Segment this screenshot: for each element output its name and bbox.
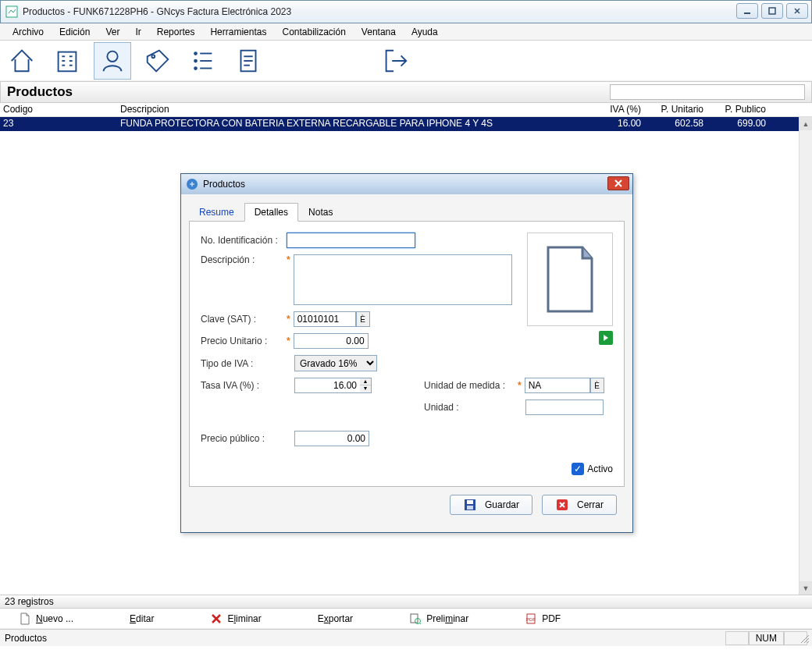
toolbar-tag[interactable] — [139, 42, 176, 80]
close-button[interactable] — [786, 3, 808, 19]
action-preliminar[interactable]: Preliminar — [409, 613, 468, 625]
action-nuevo[interactable]: Nuevo ... — [19, 613, 73, 625]
action-pdf-label: PDF — [542, 613, 561, 624]
input-clave-sat[interactable] — [294, 311, 356, 327]
action-editar[interactable]: Editar — [130, 613, 154, 624]
new-icon — [19, 613, 31, 625]
col-ppublico[interactable]: P. Publico — [707, 103, 769, 116]
input-unidad-medida[interactable] — [525, 378, 590, 393]
clave-sat-dropdown-icon[interactable]: È — [356, 311, 370, 327]
search-input[interactable] — [610, 84, 805, 100]
toolbar-company[interactable] — [48, 42, 86, 80]
unidad-medida-dropdown-icon[interactable]: È — [590, 378, 604, 393]
dialog-close-button[interactable] — [607, 176, 629, 190]
guardar-button[interactable]: Guardar — [450, 495, 532, 515]
input-unidad[interactable] — [525, 399, 604, 415]
menu-reportes[interactable]: Reportes — [151, 25, 201, 39]
right-column: Unidad de medida : * È Unidad : — [424, 378, 604, 421]
maximize-button[interactable] — [761, 3, 783, 19]
guardar-label: Guardar — [485, 499, 519, 510]
dialog-title-text: Productos — [203, 179, 245, 190]
svg-rect-2 — [769, 8, 775, 14]
label-activo: Activo — [587, 463, 613, 474]
action-nuevo-label: Nuevo ... — [36, 613, 73, 624]
statusbar: Productos NUM — [0, 629, 812, 646]
grid-column-headers: Codigo Descripcion IVA (%) P. Unitario P… — [0, 103, 812, 117]
section-header: Productos — [0, 81, 812, 103]
cell-ppublico: 699.00 — [707, 117, 769, 131]
minimize-button[interactable] — [736, 3, 758, 19]
input-precio-publico[interactable] — [294, 431, 369, 446]
svg-point-16 — [194, 67, 197, 69]
menu-edicion[interactable]: Edición — [53, 25, 96, 39]
input-precio-unitario[interactable] — [294, 333, 369, 349]
toolbar-customers[interactable] — [94, 42, 131, 80]
label-tasa-iva: Tasa IVA (%) : — [201, 380, 287, 391]
tab-resume[interactable]: Resume — [189, 203, 244, 222]
cerrar-button[interactable]: Cerrar — [542, 495, 617, 515]
tab-content-detalles: No. Identificación : Descripción : * Cla… — [189, 222, 625, 487]
menu-ver[interactable]: Ver — [99, 25, 126, 39]
label-no-identificacion: No. Identificación : — [201, 235, 287, 246]
delete-icon — [210, 613, 223, 625]
status-cell-1 — [725, 631, 749, 645]
label-descripcion: Descripción : — [201, 254, 287, 265]
resize-grip-icon[interactable] — [800, 634, 810, 644]
menu-archivo[interactable]: Archivo — [6, 25, 50, 39]
action-eliminar[interactable]: Eliminar — [210, 613, 261, 625]
vertical-scrollbar[interactable]: ▲ ▼ — [799, 117, 812, 595]
window-controls — [736, 3, 808, 19]
menu-contabilizacion[interactable]: Contabilización — [276, 25, 351, 39]
menubar: Archivo Edición Ver Ir Reportes Herramie… — [0, 23, 812, 41]
col-descripcion[interactable]: Descripcion — [117, 103, 597, 116]
scroll-down-icon[interactable]: ▼ — [800, 581, 812, 595]
status-num: NUM — [749, 631, 784, 645]
toolbar-home[interactable] — [3, 42, 41, 80]
label-clave-sat: Clave (SAT) : — [201, 314, 287, 325]
tab-notas[interactable]: Notas — [298, 203, 343, 222]
tab-detalles[interactable]: Detalles — [244, 203, 298, 222]
required-marker: * — [287, 314, 290, 325]
svg-rect-3 — [59, 51, 77, 71]
row-count-bar: 23 registros — [0, 595, 812, 609]
tasa-iva-spinner[interactable]: ▲▼ — [360, 378, 372, 393]
action-eliminar-label: Eliminar — [227, 613, 261, 624]
action-exportar[interactable]: Exportar — [318, 613, 353, 624]
required-marker: * — [518, 380, 522, 391]
col-iva[interactable]: IVA (%) — [597, 103, 644, 116]
toolbar-list[interactable] — [184, 42, 222, 80]
select-tipo-iva[interactable]: Gravado 16% — [294, 355, 377, 371]
input-no-identificacion[interactable] — [287, 233, 415, 248]
svg-point-12 — [194, 52, 197, 55]
input-tasa-iva[interactable] — [294, 378, 360, 393]
next-image-button[interactable] — [599, 331, 613, 345]
label-tipo-iva: Tipo de IVA : — [201, 358, 287, 369]
save-icon — [463, 498, 477, 512]
dialog-tabs: Resume Detalles Notas — [189, 202, 625, 222]
col-codigo[interactable]: Codigo — [0, 103, 117, 116]
required-marker: * — [287, 336, 290, 346]
activo-checkbox[interactable]: ✓ — [572, 463, 584, 475]
row-count-text: 23 registros — [5, 596, 54, 607]
menu-ventana[interactable]: Ventana — [355, 25, 402, 39]
menu-ayuda[interactable]: Ayuda — [405, 25, 444, 39]
action-pdf[interactable]: PDF PDF — [525, 613, 561, 625]
cell-codigo: 23 — [0, 117, 117, 131]
label-unidad-medida: Unidad de medida : — [424, 380, 518, 391]
table-row[interactable]: 23 FUNDA PROTECTORA CON BATERIA EXTERNA … — [0, 117, 812, 131]
toolbar-document[interactable] — [230, 42, 267, 80]
label-precio-publico: Precio público : — [201, 433, 287, 444]
toolbar-exit[interactable] — [376, 42, 414, 80]
svg-line-29 — [420, 623, 422, 624]
menu-herramientas[interactable]: Herramientas — [204, 25, 272, 39]
svg-point-14 — [194, 59, 197, 62]
dialog-icon — [186, 178, 198, 190]
document-icon — [539, 244, 601, 314]
dialog-body: Resume Detalles Notas No. Identificación… — [181, 194, 632, 532]
input-descripcion[interactable] — [294, 254, 512, 305]
col-punitario[interactable]: P. Unitario — [644, 103, 707, 116]
status-left: Productos — [5, 633, 47, 644]
action-editar-label: Editar — [130, 613, 154, 624]
menu-ir[interactable]: Ir — [129, 25, 147, 39]
scroll-up-icon[interactable]: ▲ — [800, 117, 812, 130]
